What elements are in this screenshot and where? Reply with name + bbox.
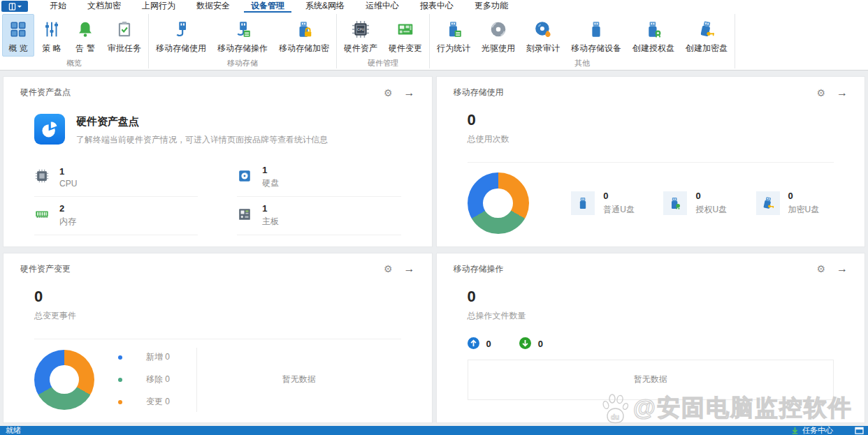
menu-tabs: 开始 文档加密 上网行为 数据安全 设备管理 系统&网络 运维中心 报表中心 更…: [39, 0, 519, 13]
ribbon-item-storage-devices[interactable]: 移动存储设备: [566, 14, 626, 57]
download-arrow-icon: [791, 427, 799, 434]
card-hardware-change: 硬件资产变更 ⚙ → 0 总变更事件 新增 0 移除 0: [3, 253, 433, 424]
tab-home[interactable]: 开始: [43, 0, 73, 13]
disc-icon: [488, 18, 509, 40]
empty-state-box: 暂无数据: [468, 360, 834, 400]
ribbon-item-hardware-changes[interactable]: 硬件变更: [384, 14, 427, 57]
legend-label: 变更: [146, 397, 163, 406]
ribbon-item-storage-operations[interactable]: 移动存储操作: [212, 14, 273, 57]
card-title: 移动存储操作: [454, 263, 504, 275]
tab-system-network[interactable]: 系统&网络: [298, 0, 352, 13]
window-restore-icon[interactable]: [855, 427, 864, 434]
grid-icon: [8, 18, 29, 40]
card-hardware-inventory: 硬件资产盘点 ⚙ → 硬件资产盘点 了解终端当前硬件资产情况，可进入详情页面按品…: [3, 76, 433, 247]
stat-value: 2: [59, 203, 76, 214]
tab-web-behavior[interactable]: 上网行为: [135, 0, 182, 13]
ribbon-item-label: 审批任务: [108, 43, 141, 54]
empty-state-text: 暂无数据: [634, 374, 667, 385]
ribbon-group-hardware: CPU 硬件资产 硬件变更 硬件管理: [337, 13, 429, 70]
task-center-button[interactable]: 任务中心: [791, 425, 833, 435]
arrow-right-icon[interactable]: →: [837, 263, 848, 274]
ribbon-item-create-authorized-disk[interactable]: 创建授权盘: [628, 14, 679, 57]
card-storage-operations: 移动存储操作 ⚙ → 0 总操作文件数量 0 0 暂无数据: [436, 253, 866, 424]
tab-more-features[interactable]: 更多功能: [468, 0, 515, 13]
usb-encrypted-icon: [756, 191, 780, 215]
stat-motherboard: 1主板: [237, 197, 400, 235]
card-title: 移动存储使用: [454, 87, 504, 98]
total-value: 0: [468, 111, 834, 129]
arrow-right-icon[interactable]: →: [404, 87, 415, 98]
stat-encrypted-usb: 0加密U盘: [756, 191, 820, 216]
ribbon-item-storage-usage[interactable]: 移动存储使用: [151, 14, 211, 57]
stat-value: 0: [695, 191, 727, 201]
empty-state-text: 暂无数据: [197, 374, 400, 385]
tab-device-management[interactable]: 设备管理: [244, 0, 291, 13]
total-label: 总操作文件数量: [468, 310, 834, 322]
gear-icon[interactable]: ⚙: [384, 88, 393, 98]
app-icon: [8, 3, 16, 10]
ribbon-item-label: 创建加密盘: [686, 43, 728, 54]
tab-report-center[interactable]: 报表中心: [413, 0, 461, 13]
total-value: 0: [34, 288, 401, 306]
menu-bar: 开始 文档加密 上网行为 数据安全 设备管理 系统&网络 运维中心 报表中心 更…: [0, 0, 868, 13]
arrow-right-icon[interactable]: →: [404, 263, 415, 274]
legend-dot: [118, 400, 122, 404]
feature-description: 了解终端当前硬件资产情况，可进入详情页面按品牌等查看统计信息: [76, 134, 328, 146]
stat-label: CPU: [59, 179, 77, 189]
ribbon-item-label: 行为统计: [437, 43, 470, 54]
ribbon-item-label: 硬件变更: [389, 43, 422, 54]
ribbon-item-label: 移动存储使用: [156, 43, 206, 54]
disc-burn-icon: [533, 18, 554, 40]
ribbon-item-storage-encryption[interactable]: 移动存储加密: [274, 14, 334, 57]
legend-value: 0: [165, 352, 170, 362]
ribbon-item-hardware-assets[interactable]: CPU 硬件资产: [339, 14, 382, 57]
ribbon-item-approval-tasks[interactable]: 审批任务: [103, 14, 146, 57]
gear-icon[interactable]: ⚙: [816, 88, 825, 98]
legend-item-removed: 移除 0: [118, 374, 170, 385]
task-center-label: 任务中心: [802, 425, 833, 435]
ribbon-item-create-encrypted-disk[interactable]: 创建加密盘: [681, 14, 732, 57]
ribbon-item-alerts[interactable]: 告 警: [69, 14, 101, 57]
usb-stats-icon: [443, 18, 464, 40]
stat-cpu: 1CPU: [34, 158, 198, 197]
ribbon-item-optical-drive-usage[interactable]: 光驱使用: [477, 14, 520, 57]
card-title: 硬件资产盘点: [20, 87, 71, 98]
gear-icon[interactable]: ⚙: [384, 264, 393, 274]
app-menu-button[interactable]: [1, 1, 28, 12]
cpu-icon: [34, 168, 50, 186]
arrow-right-icon[interactable]: →: [837, 87, 848, 98]
stat-normal-usb: 0普通U盘: [571, 191, 635, 216]
stat-value: 1: [262, 203, 279, 214]
ribbon-group-removable-storage: 移动存储使用 移动存储操作 移动存储加密 移动存储: [149, 13, 336, 70]
feature-title: 硬件资产盘点: [76, 115, 328, 128]
stat-label: 普通U盘: [603, 204, 635, 216]
card-storage-usage: 移动存储使用 ⚙ → 0 总使用次数 0普通U盘 0授权U盘: [436, 76, 866, 247]
ribbon-item-overview[interactable]: 概 览: [2, 14, 34, 57]
tab-ops-center[interactable]: 运维中心: [359, 0, 406, 13]
usb-badge-icon: [643, 18, 664, 40]
stat-authorized-usb: 0授权U盘: [663, 191, 727, 216]
usb-calendar-icon: [232, 18, 253, 40]
ribbon-item-policy[interactable]: 策 略: [36, 14, 68, 57]
ribbon-item-behavior-stats[interactable]: 行为统计: [432, 14, 475, 57]
svg-text:CPU: CPU: [357, 27, 364, 31]
hard-disk-icon: [237, 168, 252, 186]
tab-doc-encrypt[interactable]: 文档加密: [80, 0, 128, 13]
tab-data-security[interactable]: 数据安全: [189, 0, 237, 13]
ribbon-item-label: 移动存储设备: [571, 43, 621, 54]
pie-chart-app-icon: [34, 114, 65, 145]
divider: [34, 339, 401, 339]
ribbon-group-overview: 概 览 策 略 告 警 审批任务 概览: [0, 13, 148, 70]
upload-count: 0: [486, 339, 491, 349]
gear-icon[interactable]: ⚙: [816, 264, 825, 274]
cpu-chip-icon: CPU: [350, 18, 371, 40]
ribbon-item-burn-audit[interactable]: 刻录审计: [521, 14, 565, 57]
ribbon-item-label: 移动存储操作: [217, 43, 268, 54]
ribbon-separator: [735, 14, 735, 68]
total-value: 0: [468, 288, 834, 306]
ribbon-item-label: 硬件资产: [344, 43, 377, 54]
download-count-group: 0: [519, 337, 543, 351]
arrow-down-circle-icon: [519, 337, 531, 351]
chevron-down-icon: [17, 5, 22, 8]
ribbon-item-label: 告 警: [75, 43, 94, 54]
